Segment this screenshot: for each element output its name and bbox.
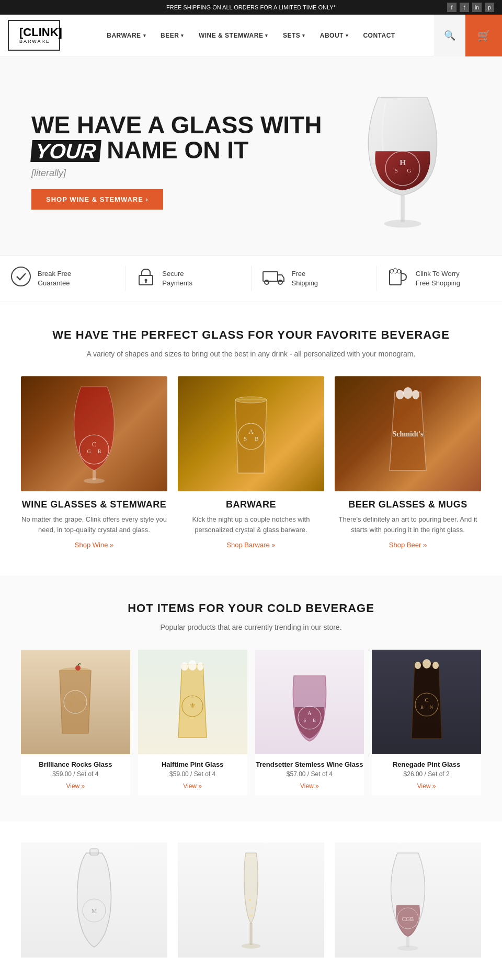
svg-point-6 [12,267,30,286]
nav-beer[interactable]: BEER ▾ [153,27,191,44]
renegade-link[interactable]: View » [417,782,436,790]
svg-text:A: A [248,428,254,435]
cart-button[interactable]: 🛒 [465,15,502,56]
chevron-down-icon: ▾ [346,33,349,38]
svg-point-23 [235,397,267,403]
svg-rect-10 [263,272,278,281]
svg-text:C: C [425,697,428,703]
category-wine-name: WINE GLASSES & STEMWARE [21,499,167,510]
product-rocks-glass: L M G Brilliance Rocks Glass $59.00 / Se… [21,650,130,795]
svg-text:Schmidt's: Schmidt's [392,430,424,438]
svg-point-58 [242,943,260,949]
svg-point-37 [75,665,81,671]
instagram-icon[interactable]: in [472,3,482,12]
svg-text:L: L [74,694,77,700]
category-wine-link[interactable]: Shop Wine » [75,541,113,549]
top-bar: FREE SHIPPING ON ALL ORDERS FOR A LIMITE… [0,0,502,15]
svg-point-48 [423,659,431,668]
hot-items-section: HOT ITEMS FOR YOUR COLD BEVERAGE Popular… [0,575,502,822]
pinterest-icon[interactable]: p [485,3,494,12]
pint-glass-name: Halftime Pint Glass [138,760,247,768]
svg-point-28 [396,390,404,399]
category-barware-desc: Kick the night up a couple notches with … [178,514,324,535]
svg-text:B: B [98,448,101,454]
facebook-icon[interactable]: f [447,3,457,12]
feature-free-shipping: Free Shipping [252,266,377,291]
nav-barware[interactable]: BARWARE ▾ [99,27,153,44]
svg-point-29 [403,387,413,399]
chevron-down-icon: ▾ [143,33,146,38]
logo[interactable]: [CLINK] BARWARE [8,20,60,50]
svg-text:B: B [255,435,258,442]
bottom-products-section: M CGB [0,822,502,978]
bottom-product-1: M [21,843,167,958]
stemless-price: $57.00 / Set of 4 [255,770,364,778]
pint-glass-price: $59.00 / Set of 4 [138,770,247,778]
feature-worry-text: Clink To Worry Free Shopping [416,269,460,288]
svg-text:B: B [420,705,424,710]
twitter-icon[interactable]: t [460,3,469,12]
svg-point-40 [197,662,203,671]
feature-shipping-text: Free Shipping [292,269,318,288]
bottom-product-2 [178,843,324,958]
hero-name-on-it: NAME ON IT [100,136,249,164]
pint-glass-link[interactable]: View » [183,782,202,790]
main-nav: BARWARE ▾ BEER ▾ WINE & STEMWARE ▾ SETS … [68,27,434,44]
svg-text:M: M [69,701,73,707]
hero-your: YOUR [30,140,101,162]
rocks-glass-name: Brilliance Rocks Glass [21,760,130,768]
feature-secure-payments: Secure Payments [126,266,251,291]
svg-rect-57 [250,924,252,944]
chevron-down-icon: ▾ [302,33,305,38]
svg-text:G: G [78,701,82,707]
hero-title: WE HAVE A GLASS WITH YOUR NAME ON IT [31,112,335,163]
categories-subtitle: A variety of shapes and sizes to bring o… [21,350,481,358]
beer-category-image: Schmidt's [335,376,481,491]
beer-mug-icon [387,266,409,291]
category-beer-link[interactable]: Shop Beer » [389,541,427,549]
hero-line2: YOUR NAME ON IT [31,137,335,163]
logo-text: [CLINK] [19,26,49,39]
feature-break-free-text: Break Free Guarantee [38,269,71,288]
category-beer-name: BEER GLASSES & MUGS [335,499,481,510]
hero-wine-glass-svg: H S G [345,83,460,239]
category-barware-name: BARWARE [178,499,324,510]
search-button[interactable]: 🔍 [434,15,465,56]
stemless-link[interactable]: View » [300,782,319,790]
svg-text:N: N [429,705,433,710]
feature-break-free: Break Free Guarantee [0,266,126,291]
hero-image: H S G [335,77,471,245]
svg-point-22 [84,478,105,483]
svg-text:⚜: ⚜ [189,702,196,710]
renegade-price: $26.00 / Set of 2 [372,770,481,778]
feature-bar: Break Free Guarantee Secure Payments [0,255,502,302]
barware-category-image: A S B [178,376,324,491]
svg-text:S: S [303,718,306,723]
truck-icon [262,268,286,290]
search-icon: 🔍 [444,30,455,41]
hero-cta-button[interactable]: SHOP WINE & STEMWARE [31,189,163,210]
nav-wine-stemware[interactable]: WINE & STEMWARE ▾ [191,27,276,44]
svg-point-61 [252,907,253,909]
svg-point-5 [384,220,421,228]
nav-contact[interactable]: CONTACT [356,27,402,44]
feature-secure-text: Secure Payments [162,269,192,288]
header-right: 🔍 🛒 [434,15,502,56]
svg-text:A: A [307,710,312,716]
nav-about[interactable]: ABOUT ▾ [313,27,356,44]
category-beer-desc: There's definitely an art to pouring bee… [335,514,481,535]
category-barware-link[interactable]: Shop Barware » [226,541,275,549]
rocks-glass-link[interactable]: View » [66,782,85,790]
hot-items-title: HOT ITEMS FOR YOUR COLD BEVERAGE [21,602,481,615]
wine-category-image: C G B [21,376,167,491]
svg-point-38 [181,662,188,671]
svg-rect-54 [90,849,98,855]
svg-point-14 [390,269,393,273]
chevron-down-icon: ▾ [181,33,184,38]
svg-point-30 [412,390,419,399]
renegade-image: C B N [372,650,481,754]
svg-text:B: B [313,718,316,723]
stemless-name: Trendsetter Stemless Wine Glass [255,760,364,768]
social-links: f t in p [447,3,494,12]
nav-sets[interactable]: SETS ▾ [276,27,313,44]
